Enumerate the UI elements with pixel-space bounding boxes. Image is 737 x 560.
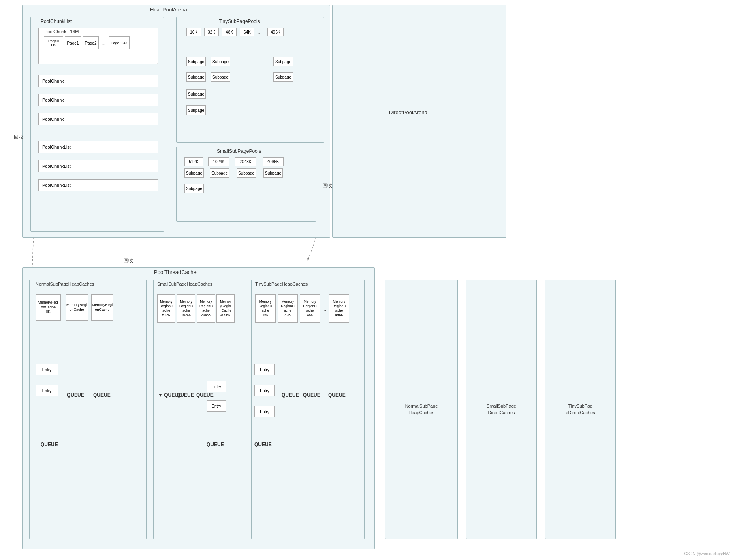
heap-pool-arena-label: HeapPoolArena: [150, 6, 187, 13]
tiny-queue-1: QUEUE: [282, 392, 299, 398]
tiny-memory-cache-3: MemoryRegionCache48K: [300, 294, 320, 323]
small-2048k: 2048K: [235, 157, 256, 166]
pool-chunk-box-2: PoolChunk: [38, 94, 158, 106]
tiny-496k: 496K: [267, 28, 284, 36]
small-subpage-4: Subpage: [263, 168, 283, 178]
small-memory-cache-4: MemoryRegionCache4096K: [216, 294, 235, 323]
tiny-sub-page-heap-caches-label: TinySubPageHeapCaches: [255, 282, 308, 286]
main-canvas: HeapPoolArena PoolChunkList PoolChunk 16…: [0, 0, 737, 560]
small-4096k: 4096K: [263, 157, 284, 166]
tiny-queue-4: QUEUE: [254, 442, 272, 447]
tiny-subpage-6: Subpage: [273, 72, 293, 82]
small-entry-2: Entry: [207, 400, 226, 412]
small-subpage-5: Subpage: [184, 184, 204, 193]
small-memory-cache-3: MemoryRegionCache2048K: [197, 294, 215, 323]
tiny-queue-2: QUEUE: [303, 392, 320, 398]
tiny-sub-page-direct-caches-box: TinySubPageDirectCaches: [545, 280, 616, 539]
pool-chunk-list-outer-label: PoolChunkList: [41, 19, 72, 24]
small-queue-4: QUEUE: [207, 442, 224, 447]
tiny-subpage-2: Subpage: [211, 57, 230, 66]
pool-chunk-list-2: PoolChunkList: [38, 141, 158, 153]
tiny-queue-3: QUEUE: [328, 392, 346, 398]
tiny-ellipsis-2: ...: [322, 306, 326, 312]
tiny-entry-3: Entry: [254, 406, 275, 417]
small-memory-cache-2: MemoryRegionCache1024K: [177, 294, 195, 323]
tiny-sub-page-pools-label: TinySubPagePools: [219, 19, 260, 24]
small-subpage-2: Subpage: [210, 168, 229, 178]
small-queue-3: QUEUE: [196, 392, 214, 398]
tiny-subpage-5: Subpage: [211, 72, 230, 82]
pages-ellipsis: ...: [101, 41, 105, 46]
recycle-label-3: 回收: [124, 257, 133, 264]
tiny-memory-cache-2: MemoryRegionCache32K: [278, 294, 298, 323]
tiny-64k: 64K: [240, 28, 254, 36]
page1-box: Page1: [65, 36, 81, 49]
normal-memory-cache-3: MemoryRegionCache: [91, 294, 113, 321]
tiny-subpage-1: Subpage: [186, 57, 206, 66]
pool-chunk-box-3: PoolChunk: [38, 113, 158, 125]
tiny-subpage-4: Subpage: [186, 72, 206, 82]
pool-chunk-box-1: PoolChunk: [38, 75, 158, 87]
page0-box: Page08K: [44, 36, 63, 49]
normal-entry-1: Entry: [36, 364, 58, 375]
pool-chunk-list-3: PoolChunkList: [38, 160, 158, 172]
normal-sub-page-direct-caches-label: NormalSubPageHeapCaches: [405, 403, 438, 416]
small-sub-page-pools-label: SmallSubPagePools: [217, 148, 261, 154]
page2-box: Page2: [83, 36, 99, 49]
tiny-subpage-3: Subpage: [273, 57, 293, 66]
normal-queue-2: QUEUE: [93, 392, 111, 398]
small-queue-2: QUEUE: [177, 392, 194, 398]
small-subpage-3: Subpage: [237, 168, 256, 178]
direct-pool-arena-box: [332, 5, 506, 238]
normal-queue-3: QUEUE: [41, 442, 58, 447]
normal-memory-cache-2: MemoryRegionCache: [66, 294, 88, 321]
pool-chunk-16m-label: PoolChunk 16M: [45, 29, 79, 34]
tiny-32k: 32K: [204, 28, 219, 36]
recycle-label-1: 回收: [14, 134, 23, 141]
small-memory-cache-1: MemoryRegionCache512K: [157, 294, 175, 323]
tiny-sub-page-direct-caches-label: TinySubPageDirectCaches: [566, 403, 595, 416]
recycle-label-2: 回收: [323, 182, 332, 189]
small-subpage-1: Subpage: [184, 168, 204, 178]
tiny-48k: 48K: [222, 28, 237, 36]
normal-queue-1: QUEUE: [67, 392, 84, 398]
small-1024k: 1024K: [208, 157, 229, 166]
normal-sub-page-heap-caches-label: NormalSubPageHeapCaches: [36, 282, 94, 286]
small-512k: 512K: [184, 157, 203, 166]
tiny-subpage-7: Subpage: [186, 89, 206, 99]
direct-pool-arena-label: DirectPoolArena: [389, 109, 427, 115]
normal-sub-page-direct-caches-box: NormalSubPageHeapCaches: [385, 280, 458, 539]
small-sub-page-heap-caches-label: SmallSubPageHeapCaches: [157, 282, 212, 286]
pool-chunk-list-4: PoolChunkList: [38, 179, 158, 191]
tiny-memory-cache-4: MemoryRegionCache496K: [329, 294, 349, 323]
tiny-subpage-8: Subpage: [186, 105, 206, 115]
small-sub-page-direct-caches-label: SmallSubPageDirectCaches: [487, 403, 516, 416]
tiny-memory-cache-1: MemoryRegionCache16K: [255, 294, 276, 323]
pool-thread-cache-label: PoolThreadCache: [154, 269, 197, 275]
tiny-16k: 16K: [186, 28, 201, 36]
tiny-entry-1: Entry: [254, 364, 275, 375]
small-entry-1: Entry: [207, 381, 226, 392]
page2047-box: Page2047: [109, 36, 130, 49]
normal-memory-cache-1: MemoryRegionCache8K: [36, 294, 61, 321]
tiny-entry-2: Entry: [254, 385, 275, 396]
small-sub-page-direct-caches-box: SmallSubPageDirectCaches: [466, 280, 537, 539]
tiny-ellipsis: ...: [258, 29, 262, 35]
watermark: CSDN @wenxueliu@HW: [684, 551, 730, 556]
normal-entry-2: Entry: [36, 385, 58, 396]
